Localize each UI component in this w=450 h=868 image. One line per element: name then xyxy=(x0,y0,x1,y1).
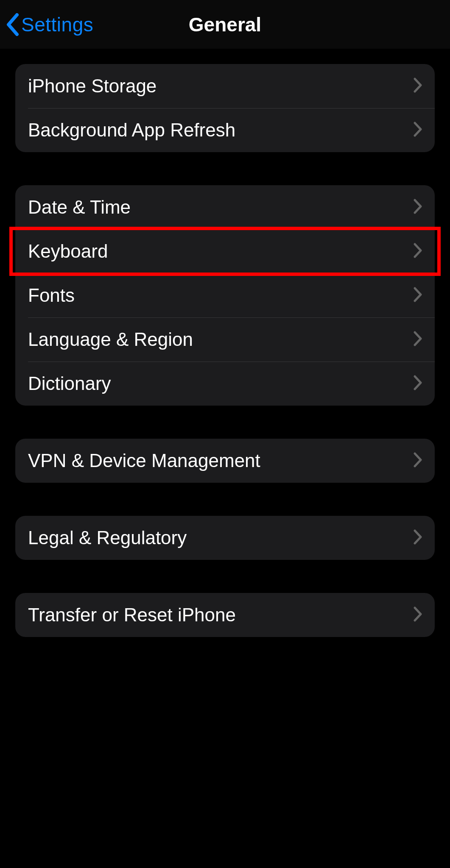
row-iphone-storage[interactable]: iPhone Storage xyxy=(15,64,435,108)
row-label: Language & Region xyxy=(28,329,414,350)
row-label: iPhone Storage xyxy=(28,75,414,97)
settings-group: Legal & Regulatory xyxy=(15,516,435,560)
settings-group: iPhone Storage Background App Refresh xyxy=(15,64,435,152)
row-transfer-reset[interactable]: Transfer or Reset iPhone xyxy=(15,593,435,637)
row-label: Fonts xyxy=(28,285,414,306)
settings-group: VPN & Device Management xyxy=(15,439,435,483)
row-date-time[interactable]: Date & Time xyxy=(15,185,435,229)
chevron-right-icon xyxy=(414,287,422,304)
page-title: General xyxy=(189,13,261,36)
chevron-right-icon xyxy=(414,606,422,623)
settings-group: Date & Time Keyboard Fonts Language & Re… xyxy=(15,185,435,406)
back-label: Settings xyxy=(21,13,93,36)
row-vpn-device-management[interactable]: VPN & Device Management xyxy=(15,439,435,483)
chevron-right-icon xyxy=(414,375,422,392)
row-legal-regulatory[interactable]: Legal & Regulatory xyxy=(15,516,435,560)
row-label: Date & Time xyxy=(28,197,414,218)
row-label: Background App Refresh xyxy=(28,120,414,141)
row-label: Legal & Regulatory xyxy=(28,527,414,548)
chevron-right-icon xyxy=(414,243,422,260)
row-label: Transfer or Reset iPhone xyxy=(28,604,414,626)
row-label: Keyboard xyxy=(28,241,414,262)
chevron-right-icon xyxy=(414,122,422,139)
row-keyboard[interactable]: Keyboard xyxy=(15,229,435,273)
content: iPhone Storage Background App Refresh Da… xyxy=(0,49,450,637)
row-language-region[interactable]: Language & Region xyxy=(15,317,435,362)
row-label: VPN & Device Management xyxy=(28,450,414,471)
chevron-right-icon xyxy=(414,452,422,469)
back-button[interactable]: Settings xyxy=(6,0,93,49)
settings-group: Transfer or Reset iPhone xyxy=(15,593,435,637)
row-label: Dictionary xyxy=(28,373,414,394)
row-fonts[interactable]: Fonts xyxy=(15,273,435,317)
chevron-right-icon xyxy=(414,331,422,348)
row-dictionary[interactable]: Dictionary xyxy=(15,362,435,406)
chevron-left-icon xyxy=(6,13,20,36)
navbar: Settings General xyxy=(0,0,450,49)
chevron-right-icon xyxy=(414,78,422,95)
row-background-app-refresh[interactable]: Background App Refresh xyxy=(15,108,435,152)
chevron-right-icon xyxy=(414,199,422,216)
chevron-right-icon xyxy=(414,529,422,546)
